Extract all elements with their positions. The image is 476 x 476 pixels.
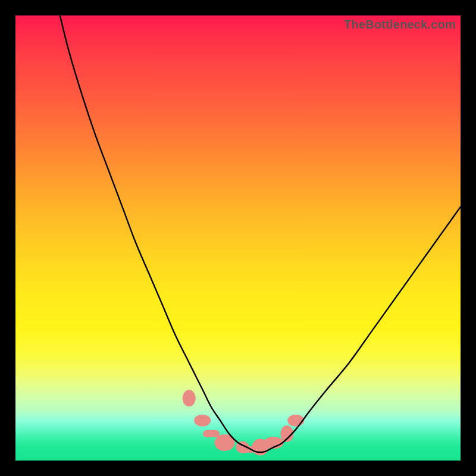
curve-layer [15,15,461,461]
chart-frame: TheBottleneck.com [0,0,476,476]
trough-marker [203,430,220,437]
trough-marker [194,415,211,427]
plot-area: TheBottleneck.com [15,15,461,461]
trough-marker [183,390,196,406]
trough-marker [287,415,304,427]
bottleneck-curve [60,15,461,452]
